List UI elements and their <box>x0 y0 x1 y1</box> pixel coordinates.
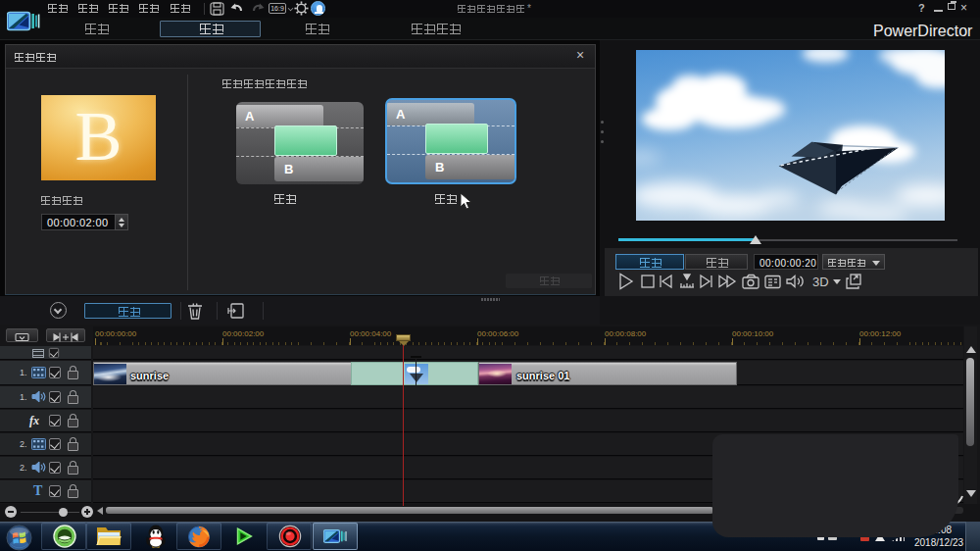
svg-text:3D: 3D <box>812 275 829 289</box>
